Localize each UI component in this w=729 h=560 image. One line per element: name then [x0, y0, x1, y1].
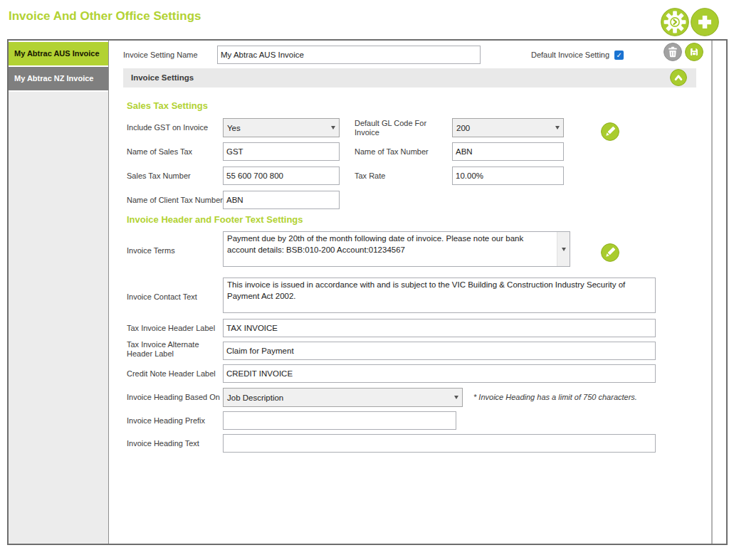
default-gl-dropdown[interactable]: 200 [452, 118, 564, 137]
name-tax-number-input[interactable] [452, 142, 564, 161]
tax-invoice-alt-input[interactable] [223, 342, 656, 360]
tax-rate-label: Tax Rate [355, 171, 385, 180]
heading-text-label: Invoice Heading Text [127, 439, 199, 448]
default-gl-label: Default GL Code For Invoice [355, 119, 449, 137]
include-gst-label: Include GST on Invoice [127, 123, 208, 132]
edit-gl-codes-button[interactable] [601, 122, 619, 144]
chevron-down-icon [327, 126, 339, 130]
heading-based-on-dropdown[interactable]: Job Description [223, 388, 463, 407]
credit-note-label: Credit Note Header Label [127, 369, 216, 378]
header-footer-heading: Invoice Header and Footer Text Settings [127, 214, 303, 225]
heading-based-on-label: Invoice Heading Based On [127, 393, 220, 401]
heading-limit-note: * Invoice Heading has a limit of 750 cha… [473, 393, 637, 401]
tax-invoice-header-label: Tax Invoice Header Label [127, 324, 215, 332]
plus-icon [691, 26, 719, 38]
tax-rate-input[interactable] [452, 167, 564, 185]
client-tax-number-input[interactable] [223, 191, 340, 209]
include-gst-value: Yes [224, 124, 327, 132]
heading-based-on-value: Job Description [224, 393, 451, 402]
default-invoice-label: Default Invoice Setting [531, 51, 609, 59]
save-icon [685, 51, 703, 63]
default-invoice-setting: Default Invoice Setting ✓ [531, 46, 624, 64]
sidebar-item-aus-invoice[interactable]: My Abtrac AUS Invoice [9, 42, 108, 65]
clipped-section-heading: Invoice Layout Settings [127, 452, 411, 455]
invoice-terms-label: Invoice Terms [127, 246, 175, 255]
invoice-terms-dropdown-button[interactable] [557, 232, 570, 266]
invoice-contact-label: Invoice Contact Text [127, 292, 197, 301]
invoice-terms-value: Payment due by 20th of the month followi… [224, 232, 557, 266]
heading-prefix-input[interactable] [223, 411, 456, 430]
section-bar-title: Invoice Settings [123, 68, 696, 88]
invoice-settings-page: Invoice And Other Office Settings [0, 0, 729, 560]
settings-button[interactable] [661, 8, 689, 36]
chevron-up-icon [670, 76, 687, 88]
credit-note-input[interactable] [223, 364, 656, 383]
default-gl-value: 200 [453, 124, 552, 132]
delete-setting-button[interactable] [664, 43, 682, 64]
pencil-icon [601, 131, 619, 143]
chevron-down-icon [552, 126, 563, 130]
page-title: Invoice And Other Office Settings [9, 9, 201, 23]
tax-invoice-alt-label: Tax Invoice Alternate Header Label [127, 340, 216, 359]
default-invoice-checkbox[interactable]: ✓ [614, 51, 624, 60]
name-sales-tax-input[interactable] [223, 142, 340, 161]
sales-tax-heading: Sales Tax Settings [127, 100, 208, 111]
setting-name-input[interactable] [217, 46, 481, 64]
name-sales-tax-label: Name of Sales Tax [127, 147, 192, 156]
settings-container: My Abtrac AUS Invoice My Abtrac NZ Invoi… [7, 39, 728, 545]
include-gst-dropdown[interactable]: Yes [223, 118, 340, 137]
invoice-contact-textarea[interactable]: This invoice is issued in accordance wit… [223, 278, 656, 313]
sidebar-item-nz-invoice[interactable]: My Abtrac NZ Invoice [9, 67, 108, 90]
tax-invoice-header-input[interactable] [223, 319, 656, 337]
save-setting-button[interactable] [685, 43, 703, 64]
edit-invoice-terms-button[interactable] [601, 243, 619, 265]
heading-prefix-label: Invoice Heading Prefix [127, 416, 205, 425]
invoice-settings-section-bar: Invoice Settings [123, 68, 696, 88]
collapse-section-button[interactable] [670, 69, 687, 89]
invoice-settings-sidebar: My Abtrac AUS Invoice My Abtrac NZ Invoi… [9, 41, 109, 544]
pencil-icon [601, 252, 619, 264]
invoice-setting-detail-panel: Invoice Setting Name Default Invoice Set… [109, 41, 726, 544]
gear-icon [661, 26, 689, 38]
sidebar-background [9, 92, 108, 544]
heading-text-input[interactable] [223, 434, 656, 453]
add-setting-button[interactable] [691, 8, 719, 36]
name-tax-number-label: Name of Tax Number [355, 147, 429, 156]
client-tax-number-label: Name of Client Tax Number [127, 196, 223, 204]
panel-scrollbar[interactable] [711, 41, 713, 544]
chevron-down-icon [451, 396, 462, 399]
trash-icon [664, 51, 682, 63]
invoice-terms-combo[interactable]: Payment due by 20th of the month followi… [223, 231, 570, 267]
setting-name-label: Invoice Setting Name [123, 51, 198, 59]
sales-tax-number-label: Sales Tax Number [127, 171, 191, 180]
sales-tax-number-input[interactable] [223, 167, 340, 185]
